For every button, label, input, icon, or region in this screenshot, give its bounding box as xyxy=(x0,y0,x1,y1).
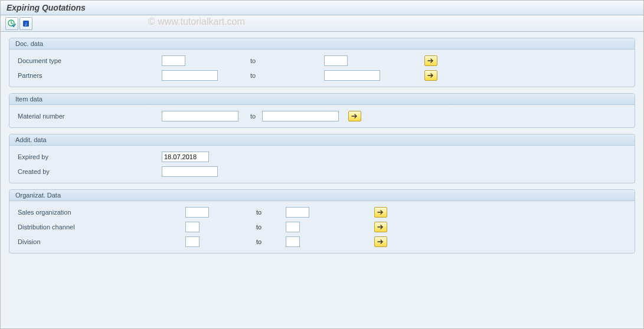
material-from-input[interactable] xyxy=(162,111,238,121)
dist-channel-to-input[interactable] xyxy=(286,222,300,232)
row-partners: Partners to xyxy=(14,68,630,83)
group-title-item-data: Item data xyxy=(9,94,635,105)
row-created-by: Created by xyxy=(14,164,630,179)
document-type-to-input[interactable] xyxy=(324,55,348,66)
group-addit-data: Addit. data Expired by Created by xyxy=(9,134,635,183)
row-expired-by: Expired by xyxy=(14,150,630,164)
group-org-data: Organizat. Data Sales organization to Di… xyxy=(9,189,635,254)
label-division: Division xyxy=(14,238,185,245)
group-title-addit-data: Addit. data xyxy=(9,134,635,146)
info-button[interactable]: i xyxy=(19,17,32,30)
arrow-right-icon xyxy=(427,58,434,64)
page-title: Expiring Quotations xyxy=(1,1,643,15)
dist-channel-multi-button[interactable] xyxy=(374,222,387,232)
label-created-by: Created by xyxy=(14,168,162,175)
partners-from-input[interactable] xyxy=(162,70,218,81)
to-label: to xyxy=(256,223,286,231)
arrow-right-icon xyxy=(377,224,384,230)
sales-org-multi-button[interactable] xyxy=(374,207,387,218)
partners-to-input[interactable] xyxy=(324,70,380,81)
watermark-text: © www.tutorialkart.com xyxy=(148,17,245,27)
label-dist-channel: Distribution channel xyxy=(14,223,185,231)
clock-check-icon xyxy=(8,19,16,28)
document-type-from-input[interactable] xyxy=(162,55,185,66)
dist-channel-from-input[interactable] xyxy=(185,222,200,232)
to-label: to xyxy=(256,209,286,216)
content-area: Doc. data Document type to Partners to xyxy=(1,32,643,329)
row-material-number: Material number to xyxy=(14,109,630,123)
to-label: to xyxy=(244,57,324,64)
arrow-right-icon xyxy=(351,113,358,119)
label-document-type: Document type xyxy=(14,57,162,64)
toolbar: i © www.tutorialkart.com xyxy=(1,15,643,32)
info-icon: i xyxy=(22,19,30,28)
division-from-input[interactable] xyxy=(185,236,200,247)
label-partners: Partners xyxy=(14,72,162,79)
row-sales-org: Sales organization to xyxy=(14,205,630,219)
to-label: to xyxy=(244,113,262,120)
arrow-right-icon xyxy=(377,239,384,245)
sales-org-to-input[interactable] xyxy=(286,207,309,218)
execute-button[interactable] xyxy=(5,17,18,30)
material-to-input[interactable] xyxy=(262,111,339,121)
group-item-data: Item data Material number to xyxy=(9,93,635,128)
label-expired-by: Expired by xyxy=(14,153,162,160)
row-dist-channel: Distribution channel to xyxy=(14,220,630,234)
arrow-right-icon xyxy=(377,209,384,215)
label-sales-org: Sales organization xyxy=(14,209,185,216)
created-by-input[interactable] xyxy=(162,166,218,177)
division-multi-button[interactable] xyxy=(374,236,387,247)
document-type-multi-button[interactable] xyxy=(424,55,437,66)
group-title-doc-data: Doc. data xyxy=(9,38,635,50)
division-to-input[interactable] xyxy=(286,236,300,247)
label-material-number: Material number xyxy=(14,113,162,120)
row-division: Division to xyxy=(14,235,630,249)
partners-multi-button[interactable] xyxy=(424,70,437,81)
sales-org-from-input[interactable] xyxy=(185,207,209,218)
to-label: to xyxy=(244,72,324,79)
arrow-right-icon xyxy=(427,73,434,78)
to-label: to xyxy=(256,238,286,245)
group-title-org-data: Organizat. Data xyxy=(9,190,635,201)
row-document-type: Document type to xyxy=(14,54,630,68)
expired-by-input[interactable] xyxy=(162,152,209,162)
material-multi-button[interactable] xyxy=(348,111,361,121)
group-doc-data: Doc. data Document type to Partners to xyxy=(9,38,635,87)
